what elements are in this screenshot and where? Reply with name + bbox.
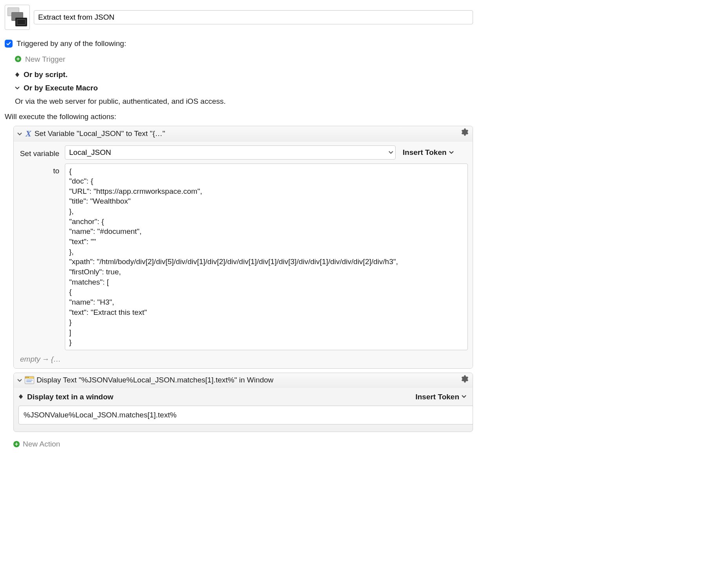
action-gear-button[interactable] [460,375,469,386]
insert-token-button[interactable]: Insert Token [414,390,468,403]
display-window-icon [25,376,34,384]
or-by-script-toggle[interactable] [15,72,20,77]
variable-text-value[interactable]: { "doc": { "URL": "https://app.crmworksp… [65,164,468,351]
new-action-label[interactable]: New Action [23,439,60,449]
or-by-execute-macro-label: Or by Execute Macro [24,83,98,93]
display-mode-toggle[interactable] [18,394,23,399]
or-via-web-server-label: Or via the web server for public, authen… [15,96,226,107]
variable-hint: empty→{… [18,354,468,364]
disclosure-toggle[interactable] [17,129,22,139]
variable-name-input[interactable] [65,146,386,159]
to-label: to [18,164,59,176]
or-by-execute-macro-toggle[interactable] [15,86,20,90]
add-trigger-button[interactable] [15,56,21,62]
action-display-text[interactable]: Display Text "%JSONValue%Local_JSON.matc… [13,373,473,432]
action-set-variable[interactable]: X Set Variable "Local_JSON" to Text "{…"… [13,126,473,369]
macro-name-input[interactable] [34,10,473,24]
set-variable-label: Set variable [18,146,59,159]
action-gear-button[interactable] [460,128,469,139]
action-title: Set Variable "Local_JSON" to Text "{…" [35,129,165,139]
variable-icon: X [25,128,32,140]
insert-token-button[interactable]: Insert Token [401,146,455,159]
action-title: Display Text "%JSONValue%Local_JSON.matc… [37,375,273,385]
display-text-value[interactable]: %JSONValue%Local_JSON.matches[1].text% [18,406,473,424]
actions-heading: Will execute the following actions: [5,112,473,122]
disclosure-toggle[interactable] [17,375,22,385]
add-action-button[interactable] [13,441,20,447]
triggers-heading: Triggered by any of the following: [16,39,126,49]
new-trigger-label[interactable]: New Trigger [25,54,65,64]
macro-icon[interactable] [5,5,30,30]
triggers-enabled-checkbox[interactable] [5,40,13,48]
or-by-script-label: Or by script. [24,70,68,80]
display-subtitle: Display text in a window [27,392,114,402]
variable-dropdown-button[interactable] [386,146,395,159]
